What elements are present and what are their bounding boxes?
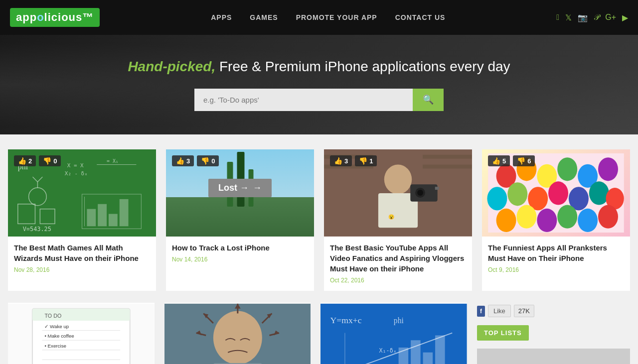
svg-rect-16 bbox=[98, 204, 107, 227]
vote-down-count: 0 bbox=[211, 157, 215, 165]
card-funniest[interactable]: 👍 5 👎 6 The Funniest Apps All Pranksters… bbox=[482, 149, 630, 291]
vote-badge-youtube: 👍 3 👎 1 bbox=[330, 155, 377, 166]
handpicked-text: Hand-picked, bbox=[128, 59, 215, 74]
bottom-cards: TO DO ✓ Wake up • Make coffee • Exercise bbox=[8, 303, 467, 364]
site-header: appolicious™ APPS GAMES PROMOTE YOUR APP… bbox=[0, 0, 638, 35]
svg-point-48 bbox=[557, 205, 577, 229]
thumbs-up-icon: 👍 bbox=[334, 157, 342, 165]
logo-box: appolicious™ bbox=[10, 8, 100, 27]
card-youtube[interactable]: 😮 👍 bbox=[324, 149, 472, 291]
bottom-row-wrapper: TO DO ✓ Wake up • Make coffee • Exercise bbox=[8, 303, 630, 364]
vote-down-count: 1 bbox=[369, 157, 373, 165]
vote-down-funniest[interactable]: 👎 6 bbox=[513, 155, 535, 166]
fb-like-button[interactable]: Like bbox=[488, 305, 511, 317]
content-area: phi X = X X₂ - δₓ = X₁ V=543.25 bbox=[0, 134, 638, 364]
svg-text:TO DO: TO DO bbox=[44, 313, 61, 319]
nav-contact[interactable]: CONTACT US bbox=[395, 13, 446, 21]
card-lost-title: How to Track a Lost iPhone bbox=[172, 243, 308, 253]
svg-point-20 bbox=[384, 165, 412, 194]
svg-point-50 bbox=[598, 205, 618, 229]
hero-text: Hand-picked, Free & Premium iPhone appli… bbox=[128, 59, 510, 75]
vote-up-count: 2 bbox=[28, 157, 32, 165]
card-funniest-title: The Funniest Apps All Pranksters Must Ha… bbox=[488, 243, 624, 263]
vote-up-funniest[interactable]: 👍 5 bbox=[488, 155, 510, 166]
facebook-icon: f bbox=[477, 306, 485, 317]
svg-text:• Make coffee: • Make coffee bbox=[44, 333, 74, 339]
card-math[interactable]: phi X = X X₂ - δₓ = X₁ V=543.25 bbox=[8, 149, 156, 291]
svg-rect-86 bbox=[435, 335, 445, 364]
vote-down-count: 0 bbox=[53, 157, 57, 165]
search-button[interactable]: 🔍 bbox=[413, 89, 444, 111]
card-youtube-image: 😮 👍 bbox=[324, 149, 472, 237]
nav-promote[interactable]: PROMOTE YOUR APP bbox=[296, 13, 377, 21]
card-stressed[interactable] bbox=[164, 303, 311, 364]
main-nav: APPS GAMES PROMOTE YOUR APP CONTACT US bbox=[211, 13, 445, 21]
sidebar: f Like 27K TOP LISTS bbox=[477, 303, 630, 364]
svg-text:X₁-δₓ: X₁-δₓ bbox=[379, 347, 397, 354]
card-youtube-body: The Best Basic YouTube Apps All Video Fa… bbox=[324, 237, 472, 291]
card-stressed-image bbox=[164, 303, 311, 364]
vote-up-math[interactable]: 👍 2 bbox=[14, 155, 36, 166]
thumbs-up-icon: 👍 bbox=[18, 157, 26, 165]
svg-point-38 bbox=[487, 187, 507, 210]
pinterest-icon[interactable]: 𝒫 bbox=[594, 13, 599, 22]
lost-sign: Lost → bbox=[208, 179, 272, 197]
card-lost-image: Lost → 👍 3 👎 0 bbox=[166, 149, 314, 237]
card-math-body: The Best Math Games All Math Wizards Mus… bbox=[8, 237, 156, 280]
logo[interactable]: appolicious™ bbox=[10, 8, 100, 27]
svg-rect-29 bbox=[423, 155, 472, 159]
svg-rect-30 bbox=[423, 165, 472, 169]
card-youtube-date: Oct 22, 2016 bbox=[330, 277, 466, 284]
card-lost[interactable]: Lost → 👍 3 👎 0 How to Track a Lost iPhon… bbox=[166, 149, 314, 291]
svg-point-64 bbox=[213, 311, 262, 364]
vote-up-youtube[interactable]: 👍 3 bbox=[330, 155, 352, 166]
twitter-icon[interactable]: 𝕏 bbox=[565, 13, 572, 22]
logo-highlight: o bbox=[37, 11, 44, 23]
fb-like-box: f Like 27K bbox=[477, 305, 630, 317]
nav-games[interactable]: GAMES bbox=[250, 13, 278, 21]
svg-point-47 bbox=[537, 209, 557, 232]
card-todo[interactable]: TO DO ✓ Wake up • Make coffee • Exercise bbox=[8, 303, 155, 364]
svg-point-35 bbox=[557, 157, 577, 181]
card-grid-row1: phi X = X X₂ - δₓ = X₁ V=543.25 bbox=[8, 149, 630, 291]
svg-point-41 bbox=[548, 181, 568, 205]
card-math-date: Nov 28, 2016 bbox=[14, 266, 150, 273]
vote-up-count: 3 bbox=[186, 157, 190, 165]
vote-up-lost[interactable]: 👍 3 bbox=[172, 155, 194, 166]
fb-count: 27K bbox=[514, 305, 534, 317]
nav-apps[interactable]: APPS bbox=[211, 13, 232, 21]
thumbs-down-icon: 👎 bbox=[201, 157, 209, 165]
svg-text:😮: 😮 bbox=[388, 214, 395, 220]
hero-subtext: Free & Premium iPhone applications every… bbox=[219, 59, 510, 74]
svg-text:✓ Wake up: ✓ Wake up bbox=[44, 324, 69, 329]
svg-rect-83 bbox=[399, 348, 409, 364]
vote-down-lost[interactable]: 👎 0 bbox=[197, 155, 219, 166]
vote-badge-math: 👍 2 👎 0 bbox=[14, 155, 61, 166]
thumbs-down-icon: 👎 bbox=[517, 157, 525, 165]
vote-up-count: 3 bbox=[344, 157, 348, 165]
card-funniest-date: Oct 9, 2016 bbox=[488, 266, 624, 273]
vote-up-count: 5 bbox=[502, 157, 506, 165]
svg-rect-26 bbox=[435, 187, 439, 190]
card-mathboard[interactable]: Y=mx+c phi X₁-δₓ bbox=[320, 303, 467, 364]
svg-point-45 bbox=[496, 209, 516, 232]
googleplus-icon[interactable]: G+ bbox=[605, 13, 616, 22]
instagram-icon[interactable]: 📷 bbox=[578, 13, 588, 22]
card-funniest-body: The Funniest Apps All Pranksters Must Ha… bbox=[482, 237, 630, 280]
card-todo-image: TO DO ✓ Wake up • Make coffee • Exercise bbox=[8, 303, 155, 364]
search-input[interactable] bbox=[194, 89, 413, 111]
search-bar: 🔍 bbox=[194, 89, 444, 111]
svg-point-39 bbox=[507, 182, 527, 206]
svg-text:X₂ - δₓ: X₂ - δₓ bbox=[65, 170, 88, 177]
svg-point-46 bbox=[516, 205, 536, 229]
svg-text:• Exercise: • Exercise bbox=[44, 343, 66, 349]
vote-down-youtube[interactable]: 👎 1 bbox=[355, 155, 377, 166]
vote-down-math[interactable]: 👎 0 bbox=[39, 155, 61, 166]
card-math-image: phi X = X X₂ - δₓ = X₁ V=543.25 bbox=[8, 149, 156, 237]
youtube-icon[interactable]: ▶ bbox=[622, 13, 628, 22]
card-math-title: The Best Math Games All Math Wizards Mus… bbox=[14, 243, 150, 263]
facebook-icon[interactable]:  bbox=[556, 13, 559, 22]
top-lists-button[interactable]: TOP LISTS bbox=[477, 325, 529, 341]
svg-rect-84 bbox=[411, 340, 421, 364]
vote-badge-lost: 👍 3 👎 0 bbox=[172, 155, 219, 166]
